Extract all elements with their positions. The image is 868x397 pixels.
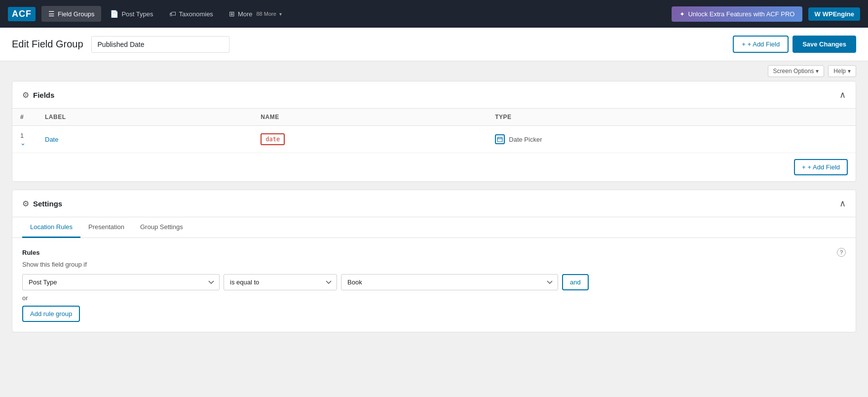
help-chevron-icon: ▾	[848, 68, 851, 75]
rules-help-icon[interactable]: ?	[837, 248, 846, 257]
more-chevron-icon: ▾	[279, 11, 282, 17]
table-row: 1 ⌄ Date date	[12, 126, 856, 153]
nav-tab-more[interactable]: ⊞ More 88 More ▾	[222, 6, 289, 22]
settings-collapse-icon[interactable]: ∧	[839, 198, 846, 209]
add-field-header-button[interactable]: + + Add Field	[733, 36, 789, 53]
post-types-icon: 📄	[110, 10, 118, 18]
date-picker-icon	[495, 134, 505, 144]
fields-table: # Label Name Type 1 ⌄ Date date	[12, 109, 856, 153]
rule-operator-select[interactable]: is equal to	[224, 274, 337, 290]
settings-body: Rules ? Show this field group if Post Ty…	[12, 238, 856, 332]
field-name-badge: date	[261, 133, 285, 145]
taxonomies-icon: 🏷	[169, 10, 176, 18]
unlock-btn-label: Unlock Extra Features with ACF PRO	[688, 10, 794, 18]
nav-tab-post-types[interactable]: 📄 Post Types	[103, 6, 160, 22]
nav-tab-taxonomies-label: Taxonomies	[179, 10, 213, 18]
main-content: ⚙ Fields ∧ # Label Name Type 1 ⌄	[0, 81, 868, 352]
field-type-label: Date Picker	[509, 136, 542, 143]
rule-row: Post Type is equal to Book and	[22, 274, 846, 290]
options-bar: Screen Options ▾ Help ▾	[0, 61, 868, 81]
nav-tab-taxonomies[interactable]: 🏷 Taxonomies	[162, 6, 220, 22]
help-label: Help	[833, 68, 846, 75]
fields-header-left: ⚙ Fields	[22, 90, 54, 100]
fields-collapse-icon[interactable]: ∧	[839, 89, 846, 100]
field-expand-chevron[interactable]: ⌄	[20, 139, 26, 147]
fields-gear-icon: ⚙	[22, 90, 29, 100]
star-icon: ✦	[679, 10, 685, 18]
acf-logo: ACF	[8, 7, 36, 21]
field-groups-icon: ☰	[48, 10, 55, 18]
rules-label: Rules	[22, 249, 39, 256]
settings-card: ⚙ Settings ∧ Location Rules Presentation…	[12, 190, 856, 332]
nav-tab-more-label: More	[238, 10, 253, 18]
add-field-footer-label: + Add Field	[808, 163, 840, 171]
col-hash: #	[12, 109, 37, 126]
fields-card: ⚙ Fields ∧ # Label Name Type 1 ⌄	[12, 81, 856, 182]
show-if-label: Show this field group if	[22, 261, 846, 268]
settings-card-title: Settings	[33, 199, 62, 208]
col-name: Name	[253, 109, 487, 126]
rules-header: Rules ?	[22, 248, 846, 257]
nav-tab-post-types-label: Post Types	[121, 10, 153, 18]
save-changes-button[interactable]: Save Changes	[793, 36, 856, 53]
header-actions: + + Add Field Save Changes	[733, 36, 856, 53]
or-label: or	[22, 294, 846, 302]
settings-card-header: ⚙ Settings ∧	[12, 190, 856, 217]
field-type-cell: Date Picker	[495, 134, 848, 144]
field-label-link[interactable]: Date	[45, 136, 58, 143]
wpengine-w-icon: W	[814, 10, 820, 18]
tab-group-settings[interactable]: Group Settings	[132, 217, 191, 238]
unlock-acf-pro-button[interactable]: ✦ Unlock Extra Features with ACF PRO	[672, 6, 802, 22]
more-grid-icon: ⊞	[229, 10, 235, 18]
page-title: Edit Field Group	[12, 39, 83, 50]
plus-icon: +	[742, 40, 746, 48]
and-button[interactable]: and	[562, 274, 589, 290]
nav-tab-field-groups[interactable]: ☰ Field Groups	[41, 6, 101, 22]
settings-tabs: Location Rules Presentation Group Settin…	[12, 217, 856, 238]
tab-location-rules[interactable]: Location Rules	[22, 217, 80, 238]
fields-card-footer: + + Add Field	[12, 153, 856, 181]
col-type: Type	[487, 109, 856, 126]
wpengine-label: WPEngine	[823, 10, 854, 18]
rule-condition-select[interactable]: Post Type	[22, 274, 220, 290]
plus-footer-icon: +	[802, 163, 806, 171]
add-field-footer-button[interactable]: + + Add Field	[794, 159, 848, 175]
screen-options-button[interactable]: Screen Options ▾	[768, 65, 825, 77]
field-number: 1	[20, 132, 24, 139]
settings-header-left: ⚙ Settings	[22, 199, 62, 208]
screen-options-chevron-icon: ▾	[816, 68, 819, 75]
svg-rect-0	[497, 137, 502, 142]
more-count-badge: 88 More	[257, 11, 276, 17]
settings-gear-icon: ⚙	[22, 199, 29, 208]
field-group-name-input[interactable]	[91, 36, 229, 53]
fields-card-title: Fields	[33, 91, 54, 99]
rule-value-select[interactable]: Book	[341, 274, 558, 290]
add-field-label: + Add Field	[748, 40, 780, 48]
add-rule-group-button[interactable]: Add rule group	[22, 306, 80, 322]
fields-card-header: ⚙ Fields ∧	[12, 81, 856, 109]
page-header: Edit Field Group + + Add Field Save Chan…	[0, 28, 868, 61]
screen-options-label: Screen Options	[773, 68, 814, 75]
nav-tab-field-groups-label: Field Groups	[58, 10, 94, 18]
col-label: Label	[37, 109, 253, 126]
wpengine-logo: W WPEngine	[808, 7, 860, 21]
tab-presentation[interactable]: Presentation	[80, 217, 132, 238]
help-button[interactable]: Help ▾	[828, 65, 856, 77]
